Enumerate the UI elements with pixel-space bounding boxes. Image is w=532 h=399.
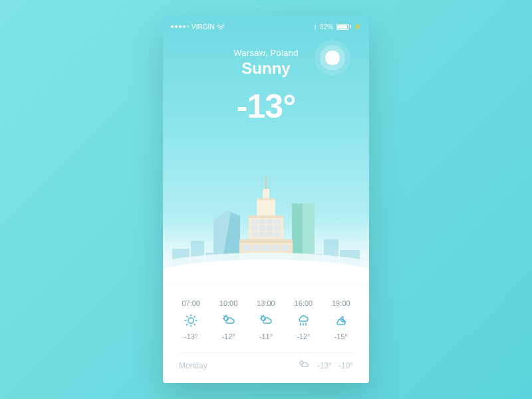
carrier-label: VIRGIN xyxy=(192,23,214,31)
current-temperature: -13° xyxy=(163,87,369,126)
hour-slot[interactable]: 16:00 -12° xyxy=(287,299,320,340)
hour-time: 10:00 xyxy=(212,299,245,307)
sun-cloud-icon xyxy=(212,313,245,329)
hour-time: 07:00 xyxy=(174,299,207,307)
weather-app-screen: VIRGIN ᚼ 82% ⚡ Warsaw, Poland Sunny -13° xyxy=(163,16,369,383)
status-bar: VIRGIN ᚼ 82% ⚡ xyxy=(163,21,369,32)
bluetooth-icon: ᚼ xyxy=(313,23,317,31)
charging-icon: ⚡ xyxy=(354,23,361,30)
day-high: -13° xyxy=(317,361,332,370)
battery-percent: 82% xyxy=(320,23,333,31)
hour-temp: -15° xyxy=(325,332,358,340)
wifi-icon xyxy=(217,24,225,30)
daily-forecast-row[interactable]: Monday -13° -10° xyxy=(179,352,353,371)
hourly-forecast[interactable]: 07:00 -13° 10:00 -12° 13:00 -11° 16:00 xyxy=(163,299,369,340)
hour-time: 13:00 xyxy=(249,299,283,307)
hour-time: 16:00 xyxy=(287,299,320,307)
sun-cloud-icon xyxy=(249,313,283,329)
current-weather-header: Warsaw, Poland Sunny -13° xyxy=(163,48,369,126)
day-low: -10° xyxy=(338,361,353,370)
signal-dots-icon xyxy=(171,25,189,28)
sun-icon xyxy=(174,313,207,329)
snow-icon xyxy=(287,313,320,329)
city-illustration xyxy=(163,185,369,285)
hour-temp: -11° xyxy=(249,332,283,340)
svg-point-1 xyxy=(188,318,194,323)
svg-point-0 xyxy=(221,29,222,30)
status-left: VIRGIN xyxy=(171,23,225,31)
sun-illustration-icon xyxy=(325,51,340,65)
hour-slot[interactable]: 19:00 -15° xyxy=(325,299,358,340)
sun-cloud-icon xyxy=(297,358,311,373)
hour-temp: -12° xyxy=(287,332,320,340)
day-label: Monday xyxy=(179,361,207,370)
hour-slot[interactable]: 13:00 -11° xyxy=(249,299,283,340)
moon-cloud-icon xyxy=(325,313,358,329)
hour-slot[interactable]: 07:00 -13° xyxy=(174,299,207,340)
status-right: ᚼ 82% ⚡ xyxy=(313,23,361,31)
hour-time: 19:00 xyxy=(325,299,358,307)
battery-icon xyxy=(336,24,351,30)
hour-temp: -12° xyxy=(212,332,245,340)
hour-temp: -13° xyxy=(174,332,207,340)
hour-slot[interactable]: 10:00 -12° xyxy=(212,299,245,340)
